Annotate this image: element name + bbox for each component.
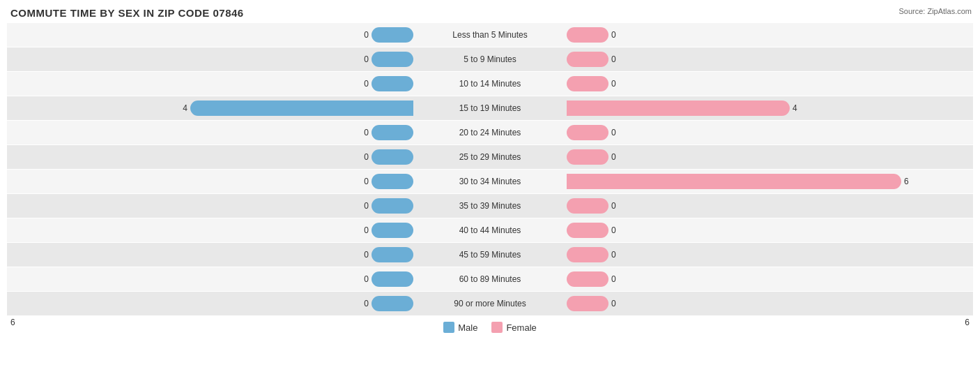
male-value: 4: [174, 103, 187, 113]
table-row: 030 to 34 Minutes6: [7, 170, 973, 193]
male-bar-section: 0: [7, 218, 413, 242]
female-value: 0: [611, 225, 625, 235]
male-bar-section: 0: [7, 267, 413, 291]
female-bar-zero: [567, 125, 608, 140]
bar-label: 45 to 59 Minutes: [413, 250, 567, 260]
chart-title: COMMUTE TIME BY SEX IN ZIP CODE 07846: [7, 7, 973, 19]
female-bar-section: 4: [567, 96, 973, 120]
male-bar-section: 0: [7, 121, 413, 144]
female-bar-section: 0: [567, 23, 973, 47]
female-bar-zero: [567, 27, 608, 43]
male-bar-section: 0: [7, 243, 413, 267]
female-bar-zero: [567, 52, 608, 67]
female-bar-section: 0: [567, 292, 973, 315]
male-bar-zero: [372, 198, 413, 214]
table-row: 415 to 19 Minutes4: [7, 96, 973, 120]
footer-right: 6: [965, 318, 970, 333]
male-value: 0: [355, 299, 369, 308]
legend-male: Male: [443, 322, 477, 333]
bar-label: 40 to 44 Minutes: [413, 225, 567, 235]
male-bar-zero: [372, 296, 413, 311]
female-bar-section: 0: [567, 72, 973, 96]
table-row: 035 to 39 Minutes0: [7, 194, 973, 218]
male-bar-zero: [372, 271, 413, 287]
male-value: 0: [355, 54, 369, 64]
male-bar-section: 0: [7, 170, 413, 193]
female-bar-section: 0: [567, 243, 973, 267]
legend-female-label: Female: [506, 322, 536, 333]
female-bar-section: 6: [567, 170, 973, 193]
male-bar-section: 0: [7, 145, 413, 169]
male-value: 0: [355, 225, 369, 235]
bar-label: 90 or more Minutes: [413, 299, 567, 308]
bar-label: 20 to 24 Minutes: [413, 128, 567, 137]
male-bar-section: 0: [7, 292, 413, 315]
table-row: 010 to 14 Minutes0: [7, 72, 973, 96]
table-row: 090 or more Minutes0: [7, 292, 973, 315]
table-row: 060 to 89 Minutes0: [7, 267, 973, 291]
male-bar-section: 0: [7, 72, 413, 96]
male-bar-zero: [372, 52, 413, 67]
male-value: 0: [355, 30, 369, 40]
female-value: 0: [611, 299, 625, 308]
female-bar-section: 0: [567, 145, 973, 169]
male-bar-zero: [372, 27, 413, 43]
bar-label: 35 to 39 Minutes: [413, 201, 567, 211]
female-bar-section: 0: [567, 267, 973, 291]
female-value: 0: [611, 250, 625, 260]
male-value: 0: [355, 201, 369, 211]
female-bar-zero: [567, 271, 608, 287]
female-bar-section: 0: [567, 194, 973, 218]
legend: Male Female: [443, 322, 537, 333]
legend-male-label: Male: [458, 322, 477, 333]
female-value: 6: [904, 177, 918, 186]
female-bar-zero: [567, 296, 608, 311]
table-row: 040 to 44 Minutes0: [7, 218, 973, 242]
table-row: 045 to 59 Minutes0: [7, 243, 973, 267]
chart-inner: 0Less than 5 Minutes005 to 9 Minutes0010…: [7, 23, 973, 316]
male-bar-zero: [372, 149, 413, 165]
bar-label: 10 to 14 Minutes: [413, 79, 567, 89]
female-bar-zero: [567, 76, 608, 91]
male-value: 0: [355, 128, 369, 137]
female-bar-zero: [567, 247, 608, 262]
male-value: 0: [355, 274, 369, 284]
chart-container: COMMUTE TIME BY SEX IN ZIP CODE 07846 So…: [0, 0, 980, 365]
male-bar-section: 4: [7, 96, 413, 120]
female-value: 0: [611, 79, 625, 89]
male-bar-zero: [372, 125, 413, 140]
footer-left: 6: [10, 318, 15, 333]
male-value: 0: [355, 250, 369, 260]
female-bar-zero: [567, 149, 608, 165]
legend-female-box: [491, 322, 503, 333]
male-bar-zero: [372, 223, 413, 238]
male-bar-zero: [372, 76, 413, 91]
table-row: 0Less than 5 Minutes0: [7, 23, 973, 47]
male-value: 0: [355, 79, 369, 89]
female-value: 0: [611, 274, 625, 284]
bar-label: 30 to 34 Minutes: [413, 177, 567, 186]
bar-label: 5 to 9 Minutes: [413, 54, 567, 64]
female-bar: [567, 100, 790, 116]
male-bar-zero: [372, 247, 413, 262]
female-bar-zero: [567, 223, 608, 238]
female-bar-section: 0: [567, 121, 973, 144]
female-bar-section: 0: [567, 218, 973, 242]
table-row: 025 to 29 Minutes0: [7, 145, 973, 169]
male-bar-zero: [372, 174, 413, 189]
male-bar: [190, 100, 413, 116]
table-row: 05 to 9 Minutes0: [7, 47, 973, 71]
female-bar: [567, 174, 901, 189]
female-bar-section: 0: [567, 47, 973, 71]
bar-label: 15 to 19 Minutes: [413, 103, 567, 113]
male-bar-section: 0: [7, 23, 413, 47]
male-bar-section: 0: [7, 194, 413, 218]
bar-label: 25 to 29 Minutes: [413, 152, 567, 162]
female-bar-zero: [567, 198, 608, 214]
table-row: 020 to 24 Minutes0: [7, 121, 973, 144]
female-value: 0: [611, 128, 625, 137]
male-value: 0: [355, 152, 369, 162]
bar-label: 60 to 89 Minutes: [413, 274, 567, 284]
source-label: Source: ZipAtlas.com: [898, 7, 972, 15]
female-value: 4: [793, 103, 806, 113]
